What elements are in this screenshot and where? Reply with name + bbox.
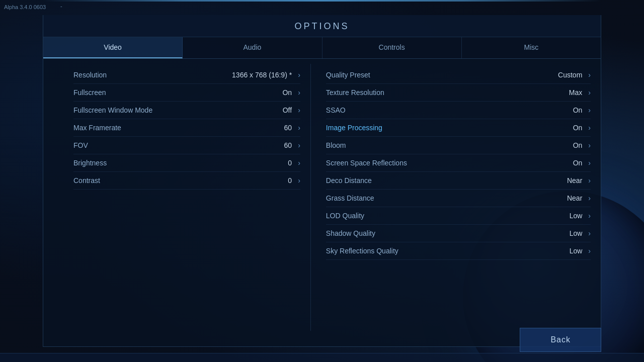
setting-label: Max Framerate — [73, 124, 252, 132]
left-column: Resolution 1366 x 768 (16:9) * › Fullscr… — [43, 64, 311, 331]
chevron-right-icon: › — [588, 71, 591, 79]
setting-value: 60 — [252, 124, 292, 132]
setting-label: FOV — [73, 141, 252, 149]
setting-value: 1366 x 768 (16:9) * — [232, 71, 292, 79]
setting-value: Off — [252, 106, 292, 114]
setting-value: On — [542, 124, 582, 132]
chevron-right-icon: › — [588, 176, 591, 185]
setting-label: Fullscreen — [73, 88, 252, 97]
setting-value: Low — [542, 212, 582, 220]
setting-label: Resolution — [73, 71, 232, 79]
window-minimize[interactable]: - — [60, 3, 62, 9]
chevron-right-icon: › — [298, 141, 300, 149]
setting-row[interactable]: SSAO On › — [326, 102, 591, 119]
back-button[interactable]: Back — [520, 328, 601, 352]
setting-value: Custom — [542, 71, 582, 79]
setting-row[interactable]: LOD Quality Low › — [326, 207, 591, 225]
chevron-right-icon: › — [298, 124, 300, 132]
setting-row[interactable]: Fullscreen On › — [73, 84, 300, 102]
setting-label: LOD Quality — [326, 212, 542, 220]
setting-row[interactable]: FOV 60 › — [73, 137, 300, 154]
setting-row[interactable]: Grass Distance Near › — [326, 190, 591, 207]
chevron-right-icon: › — [588, 212, 591, 220]
setting-label: Brightness — [73, 159, 252, 167]
setting-value: 0 — [252, 159, 292, 167]
setting-value: On — [252, 88, 292, 97]
setting-label: Contrast — [73, 176, 252, 185]
setting-row[interactable]: Shadow Quality Low › — [326, 225, 591, 242]
setting-row[interactable]: Bloom On › — [326, 137, 591, 154]
content-area: Resolution 1366 x 768 (16:9) * › Fullscr… — [43, 59, 601, 336]
setting-label: Texture Resolution — [326, 88, 542, 97]
chevron-right-icon: › — [298, 106, 300, 114]
chevron-right-icon: › — [588, 124, 591, 132]
chevron-right-icon: › — [588, 106, 591, 114]
setting-label: SSAO — [326, 106, 542, 114]
tab-controls[interactable]: Controls — [323, 37, 462, 58]
chevron-right-icon: › — [588, 247, 591, 255]
setting-row[interactable]: Screen Space Reflections On › — [326, 154, 591, 172]
chevron-right-icon: › — [588, 88, 591, 97]
setting-label: Fullscreen Window Mode — [73, 106, 252, 114]
chevron-right-icon: › — [588, 141, 591, 149]
setting-row[interactable]: Max Framerate 60 › — [73, 119, 300, 137]
setting-label: Grass Distance — [326, 194, 542, 202]
chevron-right-icon: › — [588, 194, 591, 202]
chevron-right-icon: › — [298, 159, 300, 167]
setting-label: Shadow Quality — [326, 229, 542, 237]
tab-audio[interactable]: Audio — [183, 37, 322, 58]
tab-video[interactable]: Video — [43, 37, 183, 58]
setting-value: On — [542, 106, 582, 114]
setting-value: Near — [542, 176, 582, 185]
chevron-right-icon: › — [588, 159, 591, 167]
setting-value: Near — [542, 194, 582, 202]
setting-label: Image Processing — [326, 124, 542, 132]
setting-row[interactable]: Brightness 0 › — [73, 154, 300, 172]
setting-row[interactable]: Fullscreen Window Mode Off › — [73, 102, 300, 119]
chevron-right-icon: › — [588, 229, 591, 237]
setting-value: Low — [542, 229, 582, 237]
setting-label: Quality Preset — [326, 71, 542, 79]
setting-row[interactable]: Sky Reflections Quality Low › — [326, 242, 591, 260]
top-decoration — [43, 0, 601, 2]
setting-value: 60 — [252, 141, 292, 149]
setting-label: Deco Distance — [326, 176, 542, 185]
setting-value: On — [542, 159, 582, 167]
options-title: OPTIONS — [43, 15, 601, 37]
setting-row[interactable]: Texture Resolution Max › — [326, 84, 591, 102]
setting-value: Low — [542, 247, 582, 255]
setting-row[interactable]: Quality Preset Custom › — [326, 66, 591, 84]
setting-value: On — [542, 141, 582, 149]
setting-label: Bloom — [326, 141, 542, 149]
setting-row[interactable]: Contrast 0 › — [73, 172, 300, 190]
setting-row[interactable]: Image Processing On › — [326, 119, 591, 137]
right-column: Quality Preset Custom › Texture Resoluti… — [311, 64, 601, 331]
setting-value: Max — [542, 88, 582, 97]
setting-row[interactable]: Deco Distance Near › — [326, 172, 591, 190]
tab-bar: Video Audio Controls Misc — [43, 37, 601, 59]
chevron-right-icon: › — [298, 71, 300, 79]
setting-label: Sky Reflections Quality — [326, 247, 542, 255]
setting-row[interactable]: Resolution 1366 x 768 (16:9) * › — [73, 66, 300, 84]
version-label: Alpha 3.4.0 0603 — [4, 4, 46, 10]
setting-label: Screen Space Reflections — [326, 159, 542, 167]
tab-misc[interactable]: Misc — [462, 37, 601, 58]
setting-value: 0 — [252, 176, 292, 185]
chevron-right-icon: › — [298, 176, 300, 185]
options-panel: OPTIONS Video Audio Controls Misc Resolu… — [43, 15, 601, 347]
bottom-bar — [0, 353, 644, 362]
chevron-right-icon: › — [298, 88, 300, 97]
